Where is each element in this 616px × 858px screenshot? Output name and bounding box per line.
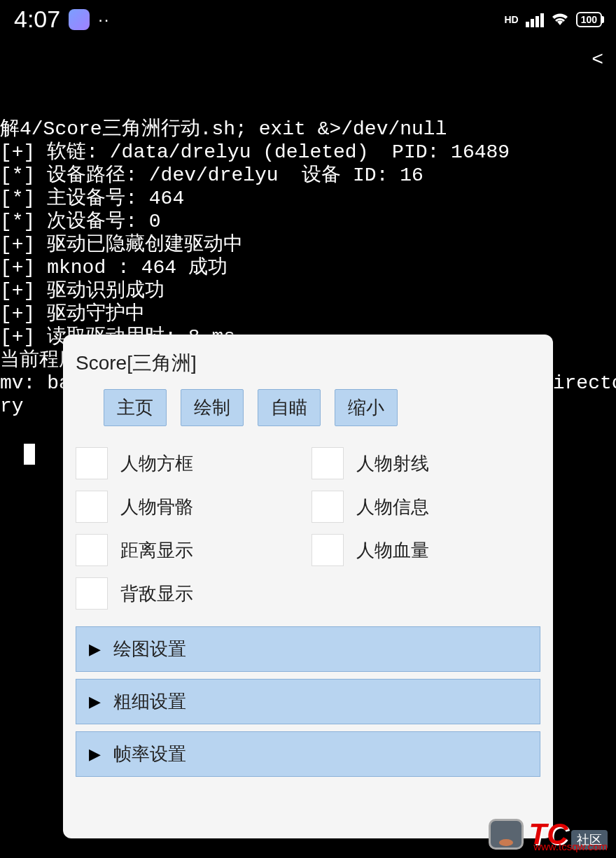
watermark-mascot-icon bbox=[489, 819, 524, 850]
checkbox-row-2[interactable]: 人物骨骼 bbox=[76, 491, 304, 523]
checkbox-label-6: 背敌显示 bbox=[120, 582, 193, 606]
checkbox-4[interactable] bbox=[76, 534, 108, 566]
terminal-cursor bbox=[24, 444, 35, 465]
chevron-right-icon: ▶ bbox=[89, 693, 101, 711]
recent-app-icon bbox=[69, 9, 90, 30]
checkbox-label-5: 人物血量 bbox=[356, 538, 429, 563]
checkbox-3[interactable] bbox=[312, 491, 344, 523]
watermark: TC 社区 www.tcsqw.com bbox=[489, 817, 608, 851]
terminal-caret-icon: < bbox=[592, 48, 603, 71]
tab-2[interactable]: 自瞄 bbox=[258, 389, 321, 426]
expander-label-0: 绘图设置 bbox=[113, 637, 186, 661]
checkbox-row-3[interactable]: 人物信息 bbox=[312, 491, 540, 523]
tab-1[interactable]: 绘制 bbox=[181, 389, 244, 426]
checkbox-label-0: 人物方框 bbox=[120, 451, 193, 476]
checkbox-5[interactable] bbox=[312, 534, 344, 566]
cheat-panel[interactable]: Score[三角洲] 主页绘制自瞄缩小 人物方框人物射线人物骨骼人物信息距离显示… bbox=[63, 335, 553, 838]
checkbox-1[interactable] bbox=[312, 447, 344, 479]
checkbox-label-4: 距离显示 bbox=[120, 538, 193, 563]
expander-2[interactable]: ▶帧率设置 bbox=[76, 731, 540, 777]
panel-title: Score[三角洲] bbox=[76, 350, 540, 377]
checkbox-label-3: 人物信息 bbox=[356, 495, 429, 519]
checkbox-row-1[interactable]: 人物射线 bbox=[312, 447, 540, 479]
expander-0[interactable]: ▶绘图设置 bbox=[76, 626, 540, 672]
status-time: 4:07 bbox=[14, 6, 60, 33]
checkbox-label-1: 人物射线 bbox=[356, 451, 429, 476]
wifi-icon bbox=[551, 10, 569, 29]
chevron-right-icon: ▶ bbox=[89, 640, 101, 659]
expander-label-1: 粗细设置 bbox=[113, 689, 186, 714]
status-more-dots: ·· bbox=[98, 10, 110, 29]
status-bar: 4:07 ·· HD 100 bbox=[0, 0, 616, 38]
checkbox-row-6[interactable]: 背敌显示 bbox=[76, 577, 540, 610]
expander-1[interactable]: ▶粗细设置 bbox=[76, 679, 540, 724]
checkbox-row-5[interactable]: 人物血量 bbox=[312, 534, 540, 566]
checkbox-2[interactable] bbox=[76, 491, 108, 523]
hd-indicator: HD bbox=[504, 14, 518, 25]
watermark-url: www.tcsqw.com bbox=[533, 841, 608, 852]
chevron-right-icon: ▶ bbox=[89, 745, 101, 764]
checkbox-row-0[interactable]: 人物方框 bbox=[76, 447, 304, 479]
tab-0[interactable]: 主页 bbox=[104, 389, 167, 426]
checkbox-row-4[interactable]: 距离显示 bbox=[76, 534, 304, 566]
checkbox-label-2: 人物骨骼 bbox=[120, 495, 193, 519]
checkbox-0[interactable] bbox=[76, 447, 108, 479]
checkbox-6[interactable] bbox=[76, 577, 108, 610]
expander-label-2: 帧率设置 bbox=[113, 742, 186, 766]
tab-3[interactable]: 缩小 bbox=[335, 389, 398, 426]
signal-icon bbox=[526, 12, 544, 27]
battery-icon: 100 bbox=[576, 12, 602, 27]
